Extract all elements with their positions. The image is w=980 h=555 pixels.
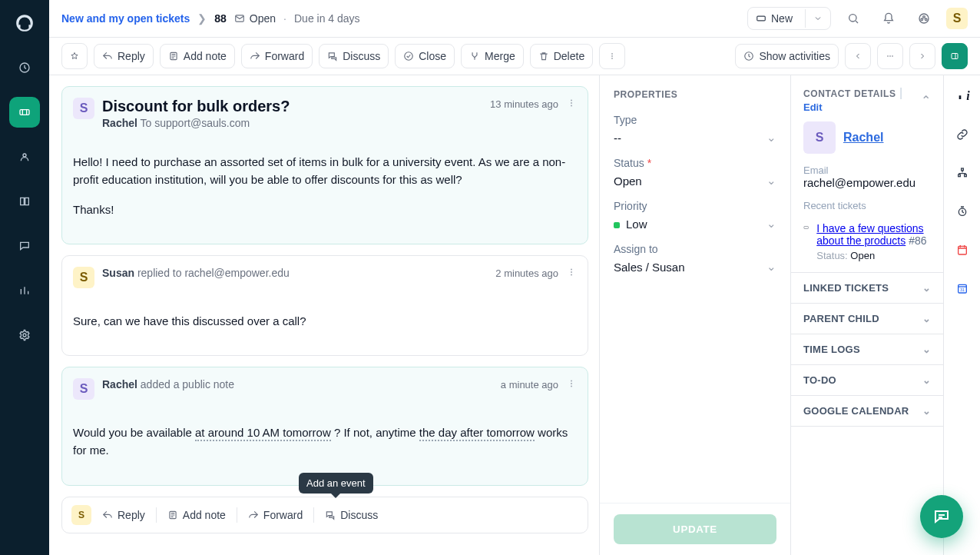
page-more[interactable] [877,43,903,69]
message-card: S Susan replied to rachel@empower.edu 2 … [61,255,588,356]
rail-dashboard[interactable] [9,52,40,83]
show-activities-button[interactable]: Show activities [735,44,839,68]
from-name: Susan [102,267,134,279]
quick-forward[interactable]: Forward [248,509,303,521]
forward-button[interactable]: Forward [241,44,313,68]
org-icon[interactable] [949,160,975,186]
star-button[interactable] [61,43,88,69]
from-name: Rachel [102,378,137,390]
value: -- [614,131,621,145]
chevron-down-icon: ⌄ [922,344,931,355]
field-type[interactable]: Type -- ⌄ [600,108,790,151]
svg-point-30 [571,386,572,387]
svg-point-25 [571,268,572,270]
properties-panel: PROPERTIES Type -- ⌄ Status * Open ⌄ [599,75,791,555]
acc-time-logs[interactable]: TIME LOGS⌄ [791,334,943,364]
event-time-1[interactable]: at around 10 AM tomorrow [195,426,331,441]
g-calendar-icon[interactable]: 31 [949,275,975,301]
merge-button[interactable]: Merge [461,44,524,68]
recent-status-label: Status: [816,250,847,261]
quick-reply[interactable]: Reply [102,509,145,521]
panel-icon [950,51,959,61]
toggle-sidepanel[interactable] [942,43,968,69]
quick-addnote[interactable]: Add note [167,509,226,521]
chat-fab[interactable] [920,495,963,538]
svg-rect-2 [20,110,29,115]
apps-icon [918,12,930,25]
kebab-icon [566,98,577,108]
search-button[interactable] [840,5,866,32]
brand-logo [9,8,40,38]
avatar: S [73,98,94,119]
message-more[interactable] [566,98,577,111]
rail-settings[interactable] [9,320,40,351]
rail-knowledge[interactable] [9,186,40,217]
merge-icon [469,51,480,61]
recent-ticket-link[interactable]: I have a few questions about the product… [816,222,923,247]
contact-name[interactable]: Rachel [843,131,883,145]
delete-button[interactable]: Delete [530,44,593,68]
rail-contacts[interactable] [9,141,40,172]
prev-button[interactable] [845,43,871,69]
kebab-icon [608,50,617,62]
apps-button[interactable] [911,5,937,32]
svg-point-19 [889,55,891,57]
email-label: Email [803,165,931,176]
discuss-button[interactable]: Discuss [319,44,389,68]
time: 2 minutes ago [495,268,558,279]
kebab-icon [566,267,577,278]
separator [313,507,314,523]
breadcrumb-link[interactable]: New and my open tickets [61,12,190,25]
chat-icon [932,507,951,526]
field-assign[interactable]: Assign to Sales / Susan ⌄ [600,237,790,280]
required-icon: * [647,157,651,169]
kebab-icon [566,378,577,389]
due-text: Due in 4 days [294,12,360,25]
acc-parent-child[interactable]: PARENT CHILD⌄ [791,304,943,334]
chevron-down-icon: ⌄ [922,374,931,386]
next-button[interactable] [909,43,935,69]
ticket-icon [803,222,809,233]
message-more[interactable] [566,378,577,391]
field-status[interactable]: Status * Open ⌄ [600,151,790,194]
chevron-right-icon: ❯ [197,12,207,25]
more-button[interactable] [599,43,625,69]
svg-point-27 [571,274,572,275]
rail-chat[interactable] [9,231,40,261]
svg-rect-32 [804,226,808,228]
close-button[interactable]: Close [395,44,455,68]
quick-discuss-label: Discuss [340,509,378,521]
new-button[interactable]: New [747,7,831,30]
link-icon[interactable] [949,121,975,148]
time: 13 minutes ago [490,98,558,110]
rail-reports[interactable] [9,275,40,306]
target: rachel@empower.edu [184,267,289,279]
acc-linked-tickets[interactable]: LINKED TICKETS⌄ [791,273,943,303]
edit-link[interactable]: Edit [803,101,823,113]
message-more[interactable] [566,267,577,280]
calendar-icon[interactable] [949,237,975,263]
acc-google-calendar[interactable]: GOOGLE CALENDAR⌄ [791,396,943,426]
recent-label: Recent tickets [803,200,931,211]
body-pre: Would you be available [73,426,195,439]
notifications-button[interactable] [876,5,902,32]
rail-tickets[interactable] [9,97,40,128]
svg-point-20 [892,55,893,57]
quick-discuss[interactable]: Discuss [325,509,378,521]
update-button[interactable]: UPDATE [614,514,776,544]
field-priority[interactable]: Priority Low ⌄ [600,194,790,237]
new-button-caret[interactable] [805,9,830,28]
event-time-2[interactable]: the day after tomorrow [419,426,535,441]
add-note-button[interactable]: Add note [160,44,235,68]
reply-icon [102,510,113,520]
message-body: Hello! I need to purchase an assorted se… [62,137,588,244]
collapse-icon[interactable]: ⌃ [921,93,931,108]
contact-panel: CONTACT DETAILS | Edit ⌃ S Rachel Email … [791,75,943,555]
user-avatar[interactable]: S [946,8,968,29]
svg-text:31: 31 [960,287,965,292]
timer-icon[interactable] [949,198,975,224]
info-icon[interactable]: i [949,83,975,109]
svg-point-11 [925,18,927,21]
reply-button[interactable]: Reply [94,44,154,68]
acc-todo[interactable]: TO-DO⌄ [791,365,943,395]
